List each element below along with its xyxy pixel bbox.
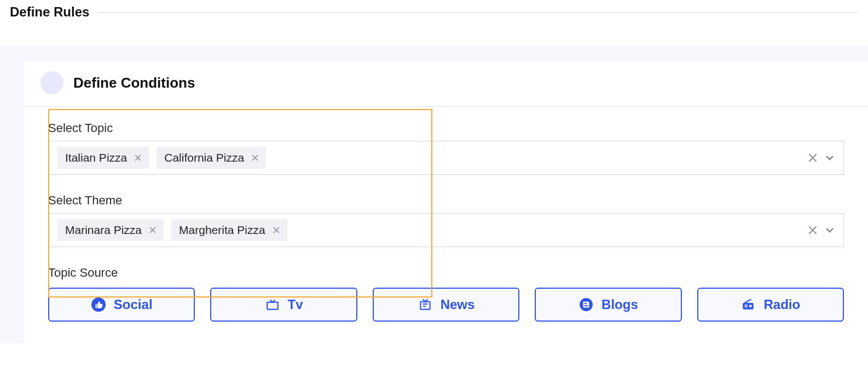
card-header: Define Conditions (24, 61, 868, 107)
topic-tag[interactable]: California Pizza (157, 147, 266, 169)
svg-rect-5 (585, 303, 587, 304)
source-option-label: Tv (288, 297, 303, 312)
remove-tag-icon[interactable] (273, 227, 280, 233)
source-option-label: Radio (763, 297, 800, 312)
remove-tag-icon[interactable] (135, 155, 141, 161)
page-title: Define Rules (10, 4, 98, 20)
card-body: Select Topic Italian Pizza California Pi… (24, 107, 868, 322)
outer-band: Define Conditions Select Topic Italian P… (0, 46, 868, 344)
source-option-blogs[interactable]: Blogs (535, 288, 681, 322)
chevron-down-icon[interactable] (825, 225, 835, 235)
clear-all-icon[interactable] (808, 226, 817, 234)
theme-tag-label: Marinara Pizza (65, 224, 142, 237)
source-option-social[interactable]: Social (48, 288, 195, 322)
topic-multiselect[interactable]: Italian Pizza California Pizza (48, 141, 844, 175)
field-label-theme: Select Theme (48, 193, 844, 208)
theme-multiselect[interactable]: Marinara Pizza Margherita Pizza (48, 213, 844, 247)
theme-tag-label: Margherita Pizza (179, 224, 265, 237)
field-topic: Select Topic Italian Pizza California Pi… (48, 121, 844, 175)
svg-rect-10 (745, 306, 748, 307)
svg-rect-7 (743, 303, 754, 310)
remove-tag-icon[interactable] (149, 227, 156, 233)
svg-rect-4 (583, 302, 589, 308)
topic-tag-label: California Pizza (164, 151, 244, 164)
clear-all-icon[interactable] (808, 153, 817, 162)
theme-tag[interactable]: Marinara Pizza (57, 219, 164, 241)
field-label-source: Topic Source (48, 266, 844, 280)
theme-tag[interactable]: Margherita Pizza (171, 219, 287, 241)
topic-tag[interactable]: Italian Pizza (57, 147, 149, 169)
card-title: Define Conditions (73, 75, 195, 91)
step-indicator-dot (40, 71, 63, 94)
source-option-label: News (441, 297, 475, 312)
radio-icon (740, 297, 756, 312)
source-row: Social Tv (48, 288, 844, 322)
page-header: Define Rules (0, 0, 868, 23)
source-option-label: Blogs (601, 297, 638, 312)
source-option-tv[interactable]: Tv (210, 288, 357, 322)
conditions-card: Define Conditions Select Topic Italian P… (24, 61, 868, 344)
svg-rect-9 (745, 305, 748, 306)
svg-point-8 (749, 305, 752, 307)
source-option-label: Social (114, 297, 153, 312)
svg-rect-6 (585, 305, 588, 306)
field-label-topic: Select Topic (48, 121, 844, 135)
blog-icon (578, 297, 594, 312)
topic-tag-label: Italian Pizza (65, 151, 127, 164)
header-divider (98, 12, 858, 13)
thumbs-up-icon (91, 297, 106, 312)
field-theme: Select Theme Marinara Pizza Margherita P… (48, 193, 844, 247)
tv-icon (265, 297, 280, 312)
svg-rect-1 (267, 302, 278, 310)
source-option-news[interactable]: News (373, 288, 519, 322)
news-icon (418, 297, 433, 312)
svg-rect-2 (420, 302, 430, 310)
remove-tag-icon[interactable] (252, 155, 258, 161)
source-option-radio[interactable]: Radio (697, 288, 844, 322)
chevron-down-icon[interactable] (825, 153, 835, 163)
